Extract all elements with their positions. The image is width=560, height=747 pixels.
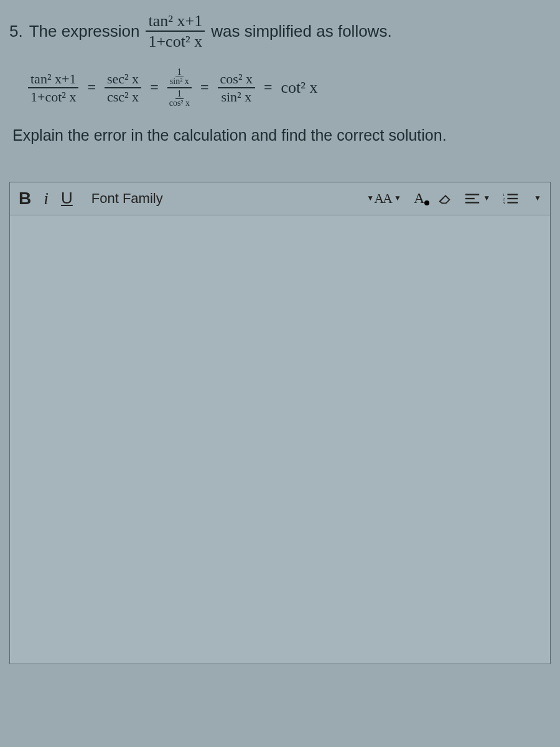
step-3: 1 sin² x 1 cos² x [167, 68, 192, 108]
eraser-icon [438, 192, 452, 205]
font-color-dropdown[interactable]: A [414, 190, 426, 207]
align-lines-icon [464, 192, 480, 205]
underline-button[interactable]: U [61, 189, 73, 208]
question-area: 5. The expression tan² x+1 1+cot² x was … [0, 0, 560, 163]
chevron-down-icon: ▼ [534, 194, 541, 203]
step-4: cos² x sin² x [218, 72, 255, 104]
rich-text-editor: B i U Font Family ▼ AA ▼ A [9, 182, 551, 664]
step-2: sec² x csc² x [105, 72, 141, 104]
italic-button[interactable]: i [44, 189, 49, 209]
expression-fraction: tan² x+1 1+cot² x [146, 12, 205, 50]
step-1: tan² x+1 1+cot² x [28, 72, 78, 104]
equals-4: = [264, 79, 273, 96]
equals-1: = [87, 79, 96, 96]
equals-2: = [150, 79, 159, 96]
chevron-down-icon: ▼ [483, 194, 490, 203]
font-family-dropdown[interactable]: Font Family [91, 190, 163, 207]
editor-toolbar: B i U Font Family ▼ AA ▼ A [10, 182, 550, 215]
chevron-down-icon: ▼ [394, 194, 401, 203]
fraction-denominator: 1+cot² x [146, 32, 205, 50]
chevron-down-icon: ▼ [366, 194, 374, 203]
more-options-dropdown[interactable]: ▼ [531, 194, 541, 203]
equals-3: = [200, 79, 209, 96]
editor-textarea[interactable] [10, 215, 550, 664]
font-size-dropdown[interactable]: ▼ AA ▼ [364, 190, 401, 207]
numbered-list-icon: 1 2 3 [503, 192, 519, 205]
question-prompt: Explain the error in the calculation and… [9, 126, 551, 144]
fraction-numerator: tan² x+1 [146, 12, 205, 32]
svg-text:3: 3 [503, 200, 505, 205]
result: cot² x [281, 78, 318, 97]
color-swatch-icon [424, 200, 429, 205]
question-line-1: 5. The expression tan² x+1 1+cot² x was … [9, 12, 551, 50]
list-dropdown[interactable]: 1 2 3 [503, 192, 519, 205]
question-text-before: The expression [29, 22, 140, 41]
clear-formatting-button[interactable] [438, 192, 452, 205]
question-text-after: was simplified as follows. [211, 22, 391, 41]
bold-button[interactable]: B [19, 189, 31, 209]
worked-steps: tan² x+1 1+cot² x = sec² x csc² x = 1 si… [9, 68, 551, 108]
question-number: 5. [9, 22, 23, 41]
paragraph-align-dropdown[interactable]: ▼ [464, 192, 490, 205]
